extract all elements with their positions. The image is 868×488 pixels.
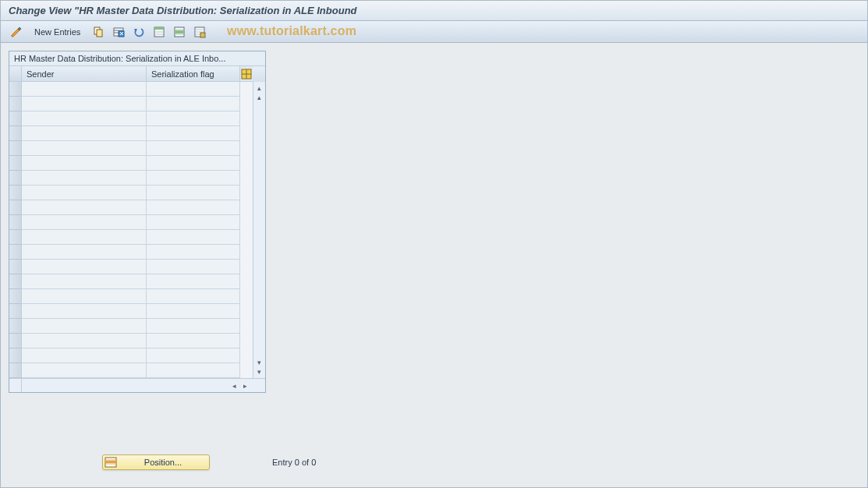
row-selector[interactable] [9, 126, 22, 141]
cell-serialization-flag[interactable] [147, 200, 240, 215]
table-row [9, 289, 253, 304]
cell-serialization-flag[interactable] [147, 363, 240, 378]
cell-serialization-flag[interactable] [147, 245, 240, 260]
scroll-left-icon[interactable]: ◂ [229, 381, 239, 391]
page-title: Change View "HR Master Data Distribution… [9, 5, 357, 16]
row-selector[interactable] [9, 97, 22, 111]
table-row [9, 156, 253, 171]
row-selector[interactable] [9, 319, 22, 334]
table-row [9, 186, 253, 200]
row-selector[interactable] [9, 304, 22, 319]
cell-serialization-flag[interactable] [147, 156, 240, 171]
delete-button[interactable] [109, 24, 128, 40]
table-row [9, 334, 253, 348]
cell-sender[interactable] [22, 230, 147, 245]
table-row [9, 304, 253, 319]
row-selector[interactable] [9, 171, 22, 186]
row-selector[interactable] [9, 363, 22, 378]
table-data-rows: ▴ ▴ ▾ ▾ [9, 82, 265, 378]
cell-sender[interactable] [22, 289, 147, 304]
cell-sender[interactable] [22, 141, 147, 156]
cell-serialization-flag[interactable] [147, 348, 240, 363]
table-row [9, 111, 253, 126]
table-row [9, 82, 253, 97]
scroll-right-icon[interactable]: ▸ [240, 381, 250, 391]
cell-serialization-flag[interactable] [147, 186, 240, 200]
vertical-scrollbar[interactable]: ▴ ▴ ▾ ▾ [253, 82, 265, 378]
cell-sender[interactable] [22, 319, 147, 334]
cell-sender[interactable] [22, 186, 147, 200]
svg-rect-20 [200, 33, 205, 37]
cell-sender[interactable] [22, 363, 147, 378]
row-selector[interactable] [9, 111, 22, 126]
title-bar: Change View "HR Master Data Distribution… [1, 1, 867, 21]
select-block-button[interactable] [170, 24, 189, 40]
cell-sender[interactable] [22, 348, 147, 363]
table-row [9, 97, 253, 111]
toggle-change-mode-button[interactable] [7, 24, 26, 40]
svg-rect-1 [97, 30, 102, 37]
copy-button[interactable] [89, 24, 108, 40]
cell-sender[interactable] [22, 97, 147, 111]
scroll-up-top-icon[interactable]: ▴ [255, 83, 264, 93]
select-all-button[interactable] [150, 24, 168, 40]
cell-serialization-flag[interactable] [147, 171, 240, 186]
row-selector[interactable] [9, 156, 22, 171]
new-entries-button[interactable]: New Entries [27, 24, 87, 40]
horizontal-scrollbar[interactable]: ◂ ▸ [9, 378, 265, 392]
row-selector[interactable] [9, 200, 22, 215]
cell-sender[interactable] [22, 171, 147, 186]
table-header-row: Sender Serialization flag [9, 66, 265, 82]
cell-sender[interactable] [22, 200, 147, 215]
cell-sender[interactable] [22, 274, 147, 289]
cell-serialization-flag[interactable] [147, 289, 240, 304]
cell-sender[interactable] [22, 245, 147, 260]
cell-sender[interactable] [22, 82, 147, 97]
cell-serialization-flag[interactable] [147, 230, 240, 245]
row-selector[interactable] [9, 289, 22, 304]
deselect-all-button[interactable] [190, 24, 209, 40]
undo-button[interactable] [129, 24, 148, 40]
cell-serialization-flag[interactable] [147, 319, 240, 334]
row-selector[interactable] [9, 186, 22, 200]
position-button[interactable]: Position... [102, 454, 210, 470]
table-config-button[interactable] [240, 66, 253, 82]
row-selector[interactable] [9, 245, 22, 260]
table-row [9, 126, 253, 141]
cell-serialization-flag[interactable] [147, 97, 240, 111]
column-header-sender[interactable]: Sender [22, 66, 147, 82]
row-selector[interactable] [9, 260, 22, 274]
cell-serialization-flag[interactable] [147, 82, 240, 97]
cell-serialization-flag[interactable] [147, 334, 240, 348]
cell-sender[interactable] [22, 334, 147, 348]
row-selector[interactable] [9, 215, 22, 230]
row-selector[interactable] [9, 334, 22, 348]
cell-serialization-flag[interactable] [147, 304, 240, 319]
row-selector[interactable] [9, 274, 22, 289]
cell-serialization-flag[interactable] [147, 260, 240, 274]
cell-sender[interactable] [22, 156, 147, 171]
cell-sender[interactable] [22, 215, 147, 230]
row-selector[interactable] [9, 348, 22, 363]
scroll-down-bottom-icon[interactable]: ▾ [255, 367, 264, 377]
cell-serialization-flag[interactable] [147, 274, 240, 289]
cell-sender[interactable] [22, 304, 147, 319]
select-all-icon [153, 26, 165, 38]
content-area: HR Master Data Distribution: Serializati… [1, 43, 867, 401]
cell-serialization-flag[interactable] [147, 111, 240, 126]
cell-sender[interactable] [22, 111, 147, 126]
row-selector[interactable] [9, 230, 22, 245]
column-header-serialization-flag[interactable]: Serialization flag [147, 66, 240, 82]
svg-rect-9 [154, 27, 164, 30]
scroll-down-icon[interactable]: ▾ [255, 358, 264, 367]
cell-serialization-flag[interactable] [147, 215, 240, 230]
table-row [9, 348, 253, 363]
cell-sender[interactable] [22, 260, 147, 274]
row-selector[interactable] [9, 82, 22, 97]
cell-serialization-flag[interactable] [147, 126, 240, 141]
cell-serialization-flag[interactable] [147, 141, 240, 156]
cell-sender[interactable] [22, 126, 147, 141]
row-selector-header[interactable] [9, 66, 22, 82]
scroll-up-icon[interactable]: ▴ [255, 93, 264, 102]
row-selector[interactable] [9, 141, 22, 156]
